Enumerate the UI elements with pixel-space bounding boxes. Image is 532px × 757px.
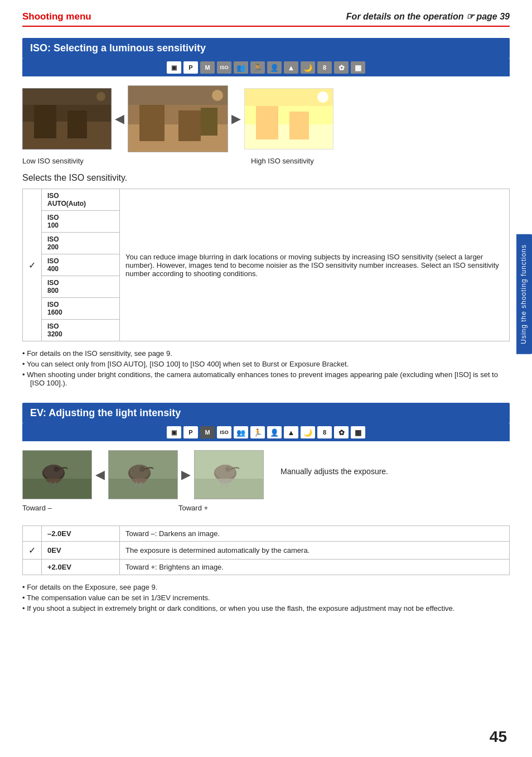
iso-note-2: You can select only from [ISO AUTO], [IS…	[22, 360, 510, 368]
iso-low-image	[22, 88, 112, 150]
iso-desc: Selects the ISO sensitivity.	[22, 173, 510, 183]
mode-run: 🏃	[250, 61, 265, 74]
ev-note-1: For details on the Exposure, see page 9.	[22, 583, 510, 591]
svg-rect-15	[256, 106, 278, 139]
page-reference: For details on the operation ☞ page 39	[346, 11, 510, 22]
table-row: ✓ ISOAUTO(Auto) You can reduce image blu…	[23, 189, 510, 211]
ev-images-col: ◀ ▶	[22, 450, 264, 520]
ev-minus2-desc: Toward –: Darkens an image.	[120, 526, 510, 542]
iso-captions: Low ISO sensitivity High ISO sensitivity	[22, 157, 510, 165]
svg-point-11	[212, 90, 223, 101]
svg-point-36	[215, 465, 235, 479]
ev-desc: Manually adjusts the exposure.	[280, 450, 510, 476]
iso-high-caption: High ISO sensitivity	[251, 157, 314, 165]
mode-flower: ✿	[334, 61, 349, 74]
ev-mode-M: M	[200, 426, 215, 438]
ev-notes: For details on the Exposure, see page 9.…	[22, 583, 510, 613]
mode-ISO: ISO	[217, 61, 231, 74]
ev-row1-check	[23, 526, 42, 542]
svg-point-22	[43, 465, 64, 479]
svg-rect-3	[67, 110, 87, 138]
iso-low-caption: Low ISO sensitivity	[22, 157, 123, 165]
mode-P: P	[183, 61, 198, 74]
ev-table: –2.0EV Toward –: Darkens an image. ✓ 0EV…	[22, 525, 510, 575]
svg-point-23	[54, 466, 59, 472]
svg-rect-16	[289, 112, 309, 139]
mode-mountain: ▲	[284, 61, 298, 74]
ev-captions: Toward – Toward +	[22, 504, 264, 512]
iso-notes: For details on the ISO sensitivity, see …	[22, 349, 510, 387]
iso-note-1: For details on the ISO sensitivity, see …	[22, 349, 510, 358]
svg-point-18	[317, 91, 328, 103]
section-title-header: Shooting menu	[22, 11, 91, 22]
iso-table: ✓ ISOAUTO(Auto) You can reduce image blu…	[22, 189, 510, 341]
arrow-right-ev: ▶	[178, 467, 194, 482]
svg-rect-2	[34, 105, 56, 138]
iso-desc-cell: You can reduce image blurring in dark lo…	[120, 189, 510, 341]
ev-mode-run: 🏃	[250, 426, 265, 438]
ev-mode-strip: ▣ P M ISO 👥 🏃 👤 ▲ 🌙 8 ✿ ▦	[22, 423, 510, 441]
ev-mode-mountain: ▲	[284, 426, 298, 438]
svg-rect-8	[139, 105, 165, 141]
ev-0-label: 0EV	[42, 542, 120, 560]
arrow-left-iso: ◀	[112, 112, 128, 126]
ev-mode-P: P	[183, 426, 198, 438]
page-number: 45	[490, 728, 507, 746]
table-row: –2.0EV Toward –: Darkens an image.	[23, 526, 510, 542]
ev-plus2-desc: Toward +: Brightens an image.	[120, 560, 510, 575]
mode-M: M	[200, 61, 215, 74]
ev-mode-ISO: ISO	[217, 426, 231, 438]
arrow-right-iso: ▶	[228, 112, 244, 126]
mode-people: 👥	[234, 61, 248, 74]
page-header: Shooting menu For details on the operati…	[22, 11, 510, 27]
iso-400-label: ISO400	[42, 254, 120, 276]
ev-plus2-check	[23, 560, 42, 575]
ev-dark-image	[22, 450, 92, 499]
ev-0-desc: The exposure is determined automatically…	[120, 542, 510, 560]
ev-mode-grid: ▦	[351, 426, 365, 438]
svg-point-37	[225, 466, 231, 472]
ev-0-check: ✓	[23, 542, 42, 560]
ev-note-2: The compensation value can be set in 1/3…	[22, 594, 510, 602]
ev-mode-person: 👤	[267, 426, 282, 438]
ev-note-3: If you shoot a subject in extremely brig…	[22, 604, 510, 613]
iso-100-label: ISO100	[42, 211, 120, 233]
ev-caption-right: Toward +	[178, 504, 208, 512]
mode-grid: ▦	[351, 61, 365, 74]
table-row: ✓ 0EV The exposure is determined automat…	[23, 542, 510, 560]
ev-mode-square: ▣	[167, 426, 181, 438]
ev-mode-flower: ✿	[334, 426, 349, 438]
ev-mid-image	[108, 450, 178, 499]
ev-section-bar: EV: Adjusting the light intensity	[22, 403, 510, 423]
iso-section-bar: ISO: Selecting a luminous sensitivity	[22, 38, 510, 59]
ev-minus2-label: –2.0EV	[42, 526, 120, 542]
iso-note-3: When shooting under bright conditions, t…	[22, 370, 510, 387]
iso-check: ✓	[23, 189, 42, 341]
ev-caption-left: Toward –	[22, 504, 112, 512]
mode-square: ▣	[167, 61, 181, 74]
sidebar-tab: Using the shooting functions	[516, 234, 532, 354]
iso-200-label: ISO200	[42, 233, 120, 254]
ev-plus2-label: +2.0EV	[42, 560, 120, 575]
svg-point-29	[129, 465, 149, 479]
ev-bright-image	[194, 450, 264, 499]
mode-moon: 🌙	[301, 61, 315, 74]
ev-images-row: ◀ ▶	[22, 450, 264, 499]
iso-3200-label: ISO3200	[42, 320, 120, 341]
iso-mid-image	[128, 85, 228, 152]
iso-mode-strip: ▣ P M ISO 👥 🏃 👤 ▲ 🌙 8 ✿ ▦	[22, 59, 510, 76]
iso-images-row: ◀ ▶	[22, 85, 510, 152]
ev-mode-moon: 🌙	[301, 426, 315, 438]
iso-1600-label: ISO1600	[42, 298, 120, 320]
ev-content-row: ◀ ▶	[22, 450, 510, 520]
svg-point-5	[96, 92, 105, 101]
iso-high-image	[244, 88, 333, 150]
iso-auto-label: ISOAUTO(Auto)	[42, 189, 120, 211]
ev-mode-people: 👥	[234, 426, 248, 438]
ev-mode-8: 8	[317, 426, 332, 438]
svg-rect-12	[201, 108, 217, 136]
iso-800-label: ISO800	[42, 276, 120, 298]
svg-point-30	[139, 466, 145, 472]
svg-rect-9	[178, 110, 201, 141]
arrow-left-ev: ◀	[92, 467, 108, 482]
